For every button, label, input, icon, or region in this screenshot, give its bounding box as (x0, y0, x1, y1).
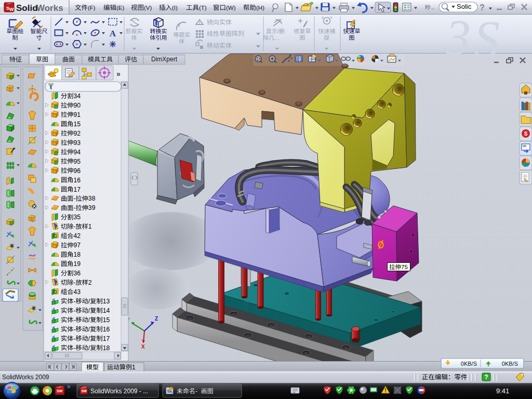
svg-text:A: A (110, 29, 116, 38)
svg-text:92: 92 (73, 130, 81, 137)
svg-text:-: - (73, 223, 75, 230)
svg-text:9:41: 9:41 (496, 387, 509, 395)
svg-text:-: - (73, 326, 75, 333)
svg-text:90: 90 (73, 102, 81, 109)
svg-text:X: X (141, 344, 145, 350)
svg-text:/: / (88, 316, 90, 324)
svg-text:-: - (195, 388, 197, 395)
svg-text:/: / (88, 307, 90, 314)
svg-text:(H): (H) (256, 5, 264, 11)
svg-text:-: - (73, 335, 75, 342)
svg-text:1: 1 (132, 364, 136, 371)
svg-text:1: 1 (88, 223, 92, 230)
svg-text:94: 94 (73, 149, 81, 156)
svg-text:Works: Works (36, 3, 63, 13)
svg-text:19: 19 (73, 260, 81, 268)
svg-text:75: 75 (401, 264, 408, 270)
svg-text:SolidWorks 2009: SolidWorks 2009 (2, 374, 49, 381)
svg-text:17: 17 (73, 186, 81, 193)
svg-text:18: 18 (73, 251, 81, 258)
svg-text:13: 13 (103, 298, 110, 305)
svg-text:(E): (E) (116, 5, 125, 11)
svg-text:/: / (88, 326, 90, 333)
svg-text:91: 91 (73, 111, 81, 118)
svg-text:-: - (73, 344, 75, 352)
svg-text:36: 36 (73, 270, 81, 277)
svg-text:S: S (524, 131, 528, 137)
svg-text:34: 34 (73, 92, 81, 100)
svg-text:15: 15 (73, 121, 81, 128)
svg-text:»: » (116, 70, 121, 78)
svg-text:!: ! (384, 388, 386, 393)
svg-text:18: 18 (103, 344, 110, 352)
svg-text:Solid: Solid (16, 3, 38, 13)
svg-text:(F): (F) (88, 5, 96, 11)
svg-text:-: - (73, 316, 75, 324)
svg-text:-: - (73, 204, 75, 211)
svg-text:2: 2 (88, 279, 92, 286)
svg-text:35: 35 (73, 214, 81, 221)
svg-text:?: ? (484, 374, 488, 381)
svg-text:(V): (V) (144, 5, 152, 11)
svg-text:SolidWorks 2009 - ...: SolidWorks 2009 - ... (90, 388, 148, 395)
svg-text:/: / (88, 344, 90, 352)
svg-text:0KB/S: 0KB/S (461, 361, 477, 367)
svg-text:(T): (T) (199, 5, 207, 11)
svg-text:DimXpert: DimXpert (151, 56, 178, 63)
svg-text:95: 95 (73, 158, 81, 165)
svg-text:97: 97 (73, 242, 81, 249)
svg-text:/: / (88, 298, 90, 305)
svg-text:(I): (I) (172, 5, 178, 11)
svg-text:SW: SW (82, 389, 87, 393)
svg-text:Z: Z (155, 316, 158, 322)
svg-text:42: 42 (73, 232, 81, 240)
svg-text:16: 16 (73, 177, 81, 184)
svg-text:15: 15 (103, 316, 110, 324)
svg-text:(W): (W) (226, 5, 236, 11)
svg-text:38: 38 (88, 195, 96, 202)
svg-text:...: ... (275, 35, 280, 41)
svg-text:-: - (73, 298, 75, 305)
svg-text:17: 17 (103, 335, 110, 342)
svg-text:43: 43 (73, 288, 81, 296)
svg-text:-: - (73, 279, 75, 286)
svg-text:SW: SW (57, 389, 63, 393)
svg-text:96: 96 (73, 167, 81, 175)
svg-text:16: 16 (103, 326, 110, 333)
svg-text:S: S (474, 10, 500, 68)
svg-text:3: 3 (445, 9, 471, 65)
svg-text:W: W (9, 7, 14, 12)
svg-text:39: 39 (88, 204, 96, 211)
svg-text:/: / (88, 335, 90, 342)
svg-text:14: 14 (103, 307, 110, 314)
svg-text:»: » (67, 383, 71, 390)
svg-text:-: - (73, 307, 75, 314)
svg-text:-: - (73, 195, 75, 202)
svg-text:93: 93 (73, 139, 81, 147)
svg-text:..: .. (431, 4, 434, 10)
svg-text:0KB/S: 0KB/S (502, 361, 518, 367)
